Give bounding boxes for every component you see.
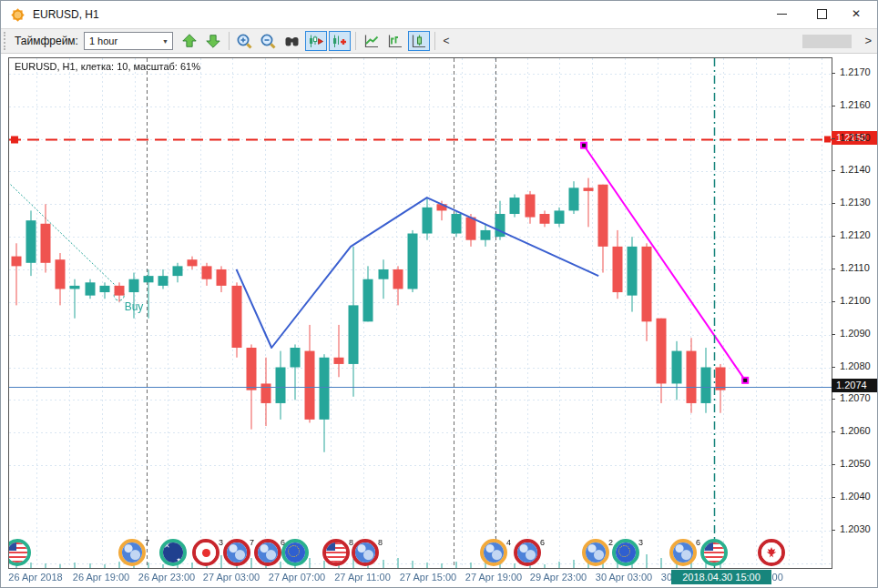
price-axis-label: 1.2090 [840, 328, 871, 339]
globe-flag-icon [258, 542, 278, 563]
price-axis-tick [832, 106, 835, 106]
app-icon [10, 7, 26, 23]
event-count-badge: 7 [250, 538, 254, 547]
time-axis-label: 26 Apr 19:00 [73, 572, 129, 583]
trade-levels-icon [307, 33, 324, 50]
calendar-event-icon-globe[interactable]: 6 [514, 539, 541, 566]
timeframe-up-button[interactable] [179, 31, 200, 51]
time-axis-label: 29 Apr 23:00 [530, 572, 587, 583]
binoculars-icon [283, 33, 301, 50]
price-axis-tick [832, 464, 835, 465]
calendar-event-icon-eu[interactable] [281, 539, 309, 566]
calendar-event-icon-globe[interactable]: 4 [480, 539, 507, 566]
time-axis-label: 26 Apr 2018 [8, 572, 62, 583]
globe-flag-icon [355, 542, 375, 563]
bar-chart-button[interactable] [384, 31, 406, 51]
time-axis-label: 27 Apr 07:00 [269, 572, 325, 583]
globe-flag-icon [673, 542, 693, 563]
us-flag-icon [8, 542, 27, 563]
australia-flag-icon [163, 542, 183, 563]
maple-leaf-icon [766, 547, 777, 558]
price-axis-label: 1.2080 [840, 360, 871, 371]
calendar-event-icon-australia[interactable] [159, 539, 187, 566]
price-axis-label: 1.2040 [840, 491, 871, 502]
window-title: EURUSD, H1 [33, 8, 99, 21]
scroll-left-chevron[interactable]: < [439, 35, 454, 47]
globe-flag-icon [484, 542, 504, 563]
chart-canvas[interactable]: EURUSD, H1, клетка: 10, масштаб: 61% Buy… [8, 57, 832, 569]
globe-flag-icon [586, 542, 606, 563]
price-axis-label: 1.2110 [840, 262, 870, 273]
maximize-button[interactable] [806, 1, 837, 26]
time-axis-label: 27 Apr 19:00 [465, 572, 522, 583]
price-axis-label: 1.2140 [840, 164, 871, 175]
selected-time-tag: 2018.04.30 15:00 [671, 570, 771, 584]
timeframe-label: Таймфрейм: [15, 35, 78, 47]
zoom-out-icon [260, 33, 277, 50]
line-chart-icon [362, 33, 380, 50]
calendar-event-icon-globe[interactable]: 7 [118, 539, 146, 566]
calendar-event-icon-eu[interactable]: 3 [612, 539, 639, 566]
price-axis-tick [832, 431, 835, 432]
calendar-event-icon-globe[interactable]: 7 [223, 539, 250, 566]
us-flag-icon [326, 542, 346, 563]
globe-flag-icon [227, 542, 247, 563]
bar-chart-icon [386, 33, 403, 50]
price-axis-tick [832, 367, 835, 368]
zoom-out-button[interactable] [258, 31, 280, 51]
time-axis-label: 27 Apr 11:00 [334, 572, 391, 583]
show-trade-levels-button[interactable] [305, 31, 327, 51]
buy-label: Buy [125, 300, 144, 313]
calendar-event-icon-globe[interactable]: 6 [254, 539, 281, 566]
calendar-event-icon-canada[interactable] [758, 539, 785, 566]
price-axis-tick [832, 203, 835, 204]
trade-history-icon [331, 33, 348, 50]
price-axis-tick [832, 301, 835, 302]
application-window: EURUSD, H1 ✕ Таймфрейм: 1 hour ▼ [0, 0, 878, 588]
price-axis-tick [832, 73, 835, 74]
up-arrow-icon [181, 33, 198, 49]
event-count-badge: 3 [638, 538, 643, 547]
toolbar-grip-handle[interactable] [4, 32, 9, 50]
price-axis-tick [832, 269, 835, 269]
minimize-button[interactable] [766, 1, 797, 26]
price-axis-label: 1.2100 [840, 295, 871, 306]
candle-chart-button[interactable] [408, 31, 430, 51]
scroll-right-chevron[interactable]: > [864, 34, 872, 47]
price-axis-label: 1.2170 [840, 66, 871, 77]
calendar-event-icon-globe[interactable]: 2 [582, 539, 609, 566]
current-price-tag: 1.2074 [832, 379, 877, 392]
price-axis-tick [832, 399, 835, 400]
calendar-event-icon-us[interactable]: 8 [322, 539, 350, 566]
price-axis-tick [832, 497, 835, 498]
toolbar-scrollbar[interactable] [802, 35, 852, 48]
timeframe-down-button[interactable] [202, 31, 224, 51]
calendar-event-icon-japan[interactable]: 3 [192, 539, 220, 566]
line-chart-button[interactable] [361, 31, 383, 51]
search-button[interactable] [281, 31, 303, 51]
close-button[interactable]: ✕ [841, 1, 872, 26]
event-count-badge: 8 [378, 538, 383, 547]
calendar-event-icon-globe[interactable]: 8 [352, 539, 379, 566]
chart-window: EURUSD, H1, клетка: 10, масштаб: 61% Buy… [1, 54, 878, 588]
event-count-badge: 7 [145, 538, 149, 547]
price-axis-label: 1.2120 [840, 229, 871, 240]
price-axis-label: 1.2030 [840, 523, 871, 534]
eu-flag-icon [285, 542, 305, 563]
price-axis-tick [832, 530, 835, 531]
zoom-in-button[interactable] [234, 31, 256, 51]
event-count-badge: 6 [540, 538, 545, 547]
time-axis[interactable]: 26 Apr 201826 Apr 19:0026 Apr 23:0027 Ap… [8, 569, 831, 588]
price-axis-label: 1.2070 [840, 392, 871, 403]
show-trade-history-button[interactable] [329, 31, 351, 51]
canada-flag-icon [761, 542, 781, 563]
calendar-event-icon-us[interactable] [700, 539, 728, 566]
price-axis[interactable]: 1.2150 1.2074 1.21701.21601.21501.21401.… [832, 57, 878, 569]
zoom-in-icon [236, 33, 253, 50]
time-axis-label: 27 Apr 15:00 [400, 572, 456, 583]
timeframe-dropdown[interactable]: 1 hour ▼ [84, 32, 173, 50]
event-count-badge: 3 [219, 538, 223, 547]
calendar-event-icon-globe[interactable]: 6 [669, 539, 697, 566]
event-count-badge: 2 [608, 538, 613, 547]
price-axis-label: 1.2150 [840, 132, 871, 143]
